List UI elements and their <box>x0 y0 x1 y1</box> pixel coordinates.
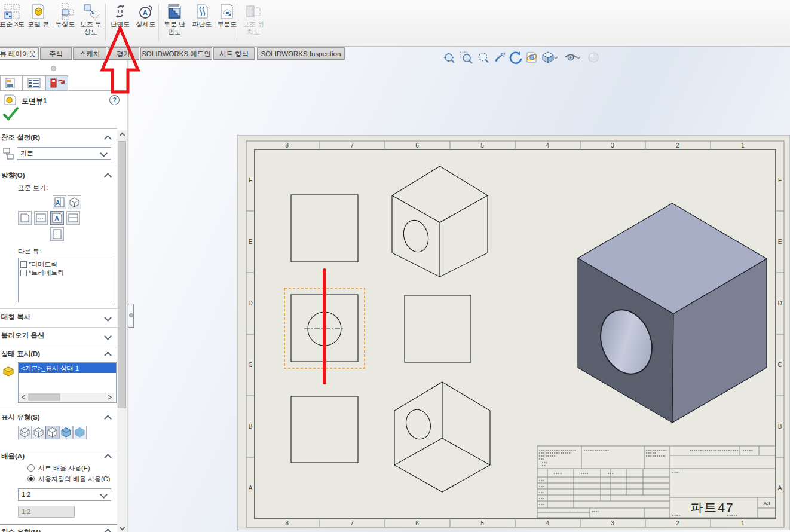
feature-tree-icon <box>1 76 22 90</box>
zoom-in-out-icon[interactable] <box>476 50 490 65</box>
pm-tab-feature-tree[interactable] <box>0 75 23 91</box>
title-block-part-name: 파트47 <box>690 500 734 514</box>
tab-annotation[interactable]: 주석 <box>40 47 72 60</box>
display-state-selected-item[interactable]: <기본>_표시 상태 1 <box>19 363 116 373</box>
ribbon-detail-view-button[interactable]: A 상세도 <box>133 2 159 28</box>
panel-splitter-dot[interactable] <box>51 66 56 71</box>
section-orientation[interactable]: 방향(O) <box>1 171 25 180</box>
checkbox-dimetric[interactable] <box>20 261 27 268</box>
ribbon-section-view-button[interactable]: 단면도 <box>107 2 133 28</box>
help-icon[interactable]: ? <box>109 95 120 105</box>
ribbon-standard-3-view-button[interactable]: 표준 3도 <box>0 2 26 28</box>
ribbon-model-view-button[interactable]: 모델 뷰 <box>25 2 52 28</box>
list-item-dimetric[interactable]: *디메트릭 <box>29 260 57 269</box>
svg-text:6: 6 <box>415 520 419 527</box>
scroll-down-button[interactable] <box>117 522 127 532</box>
section-display-state[interactable]: 상태 표시(D) <box>1 350 40 359</box>
config-dropdown-value: 기본 <box>20 149 33 157</box>
hide-show-dropdown-arrow[interactable] <box>575 50 581 65</box>
style-shaded-with-edges-button[interactable] <box>59 426 73 439</box>
pm-scrollbar-thumb[interactable] <box>118 141 126 408</box>
command-manager-ribbon: 표준 3도 모델 뷰 투상도 보조 투 상도 <box>0 0 790 47</box>
svg-text:7: 7 <box>350 520 354 527</box>
scale-value-input[interactable]: 1:2 <box>18 506 75 518</box>
radio-custom-scale-label[interactable]: 사용자정의 배율 사용(C) <box>38 475 110 484</box>
ribbon-label: 보조 위 치도 <box>239 20 268 36</box>
style-shaded-button[interactable] <box>73 426 87 439</box>
zoom-to-area-icon[interactable] <box>459 50 473 65</box>
tab-sheet-format[interactable]: 시트 형식 <box>213 47 255 60</box>
ribbon-break-view-button[interactable]: 파단도 <box>189 2 215 28</box>
checkbox-trimetric[interactable] <box>20 270 27 276</box>
svg-text:C: C <box>777 362 782 368</box>
separator <box>0 327 117 328</box>
svg-text:A: A <box>249 485 253 491</box>
view-orientation-dropdown-arrow[interactable] <box>553 50 559 65</box>
horizontal-scrollbar[interactable] <box>19 393 114 402</box>
tab-solidworks-addins[interactable]: SOLIDWORKS 애드인 <box>140 47 212 60</box>
svg-text:8: 8 <box>285 142 289 149</box>
svg-text:D: D <box>777 300 782 307</box>
style-wireframe-button[interactable] <box>18 426 32 439</box>
ribbon-label: 부분 단 면도 <box>160 20 189 36</box>
svg-text:E: E <box>249 239 253 245</box>
view-front-button-selected[interactable]: A <box>50 211 64 225</box>
ok-check-icon[interactable] <box>2 106 19 122</box>
break-view-icon <box>193 2 211 20</box>
previous-view-icon[interactable] <box>492 50 507 65</box>
svg-text:6: 6 <box>415 142 419 149</box>
ribbon-label: 파단도 <box>189 20 215 28</box>
config-dropdown[interactable]: 기본 <box>17 147 111 160</box>
separator <box>0 450 117 450</box>
scale-dropdown-value: 1:2 <box>22 491 30 498</box>
other-views-label: 다른 뷰: <box>18 247 41 256</box>
section-import-options[interactable]: 불러오기 옵션 <box>1 331 44 340</box>
property-manager-icon <box>23 76 45 90</box>
tab-solidworks-inspection[interactable]: SOLIDWORKS Inspection <box>257 47 345 60</box>
style-hidden-lines-visible-button[interactable] <box>32 426 45 439</box>
ribbon-broken-out-section-button[interactable]: 부분 단 면도 <box>160 2 189 36</box>
other-views-listbox[interactable]: *디메트릭 *트리메트릭 <box>18 258 112 302</box>
zoom-to-fit-icon[interactable] <box>442 50 457 65</box>
separator <box>0 409 117 409</box>
pm-tab-configurations[interactable] <box>45 75 68 91</box>
tab-evaluate[interactable]: 평가 <box>108 47 139 60</box>
alternate-position-icon <box>244 2 262 20</box>
ribbon-projected-view-button[interactable]: 투상도 <box>52 2 78 28</box>
radio-custom-scale[interactable] <box>27 475 35 482</box>
view-isometric-button[interactable] <box>68 195 81 209</box>
section-mirror[interactable]: 대칭 복사 <box>1 313 30 322</box>
panel-splitter-handle[interactable] <box>128 304 134 328</box>
tab-view-layout[interactable]: 뷰 레이아웃 <box>0 47 39 60</box>
rotate-view-icon[interactable] <box>509 50 523 65</box>
scroll-up-button[interactable] <box>117 130 127 140</box>
view-top-button[interactable] <box>34 211 48 225</box>
view-bottom-button[interactable] <box>66 211 80 225</box>
svg-text:7: 7 <box>350 142 354 149</box>
radio-sheet-scale[interactable] <box>27 464 35 472</box>
view-left-button[interactable] <box>18 211 32 225</box>
view-right-button[interactable] <box>50 227 64 241</box>
3d-drawing-view-icon[interactable] <box>525 50 539 65</box>
section-dimension-type[interactable]: 치수 유형(M) <box>1 528 109 532</box>
svg-text:A: A <box>56 200 60 206</box>
display-state-listbox[interactable]: <기본>_표시 상태 1 <box>18 362 117 403</box>
drawing-view-icon <box>4 94 18 106</box>
tab-sketch[interactable]: 스케치 <box>73 47 106 60</box>
svg-text:5: 5 <box>480 520 484 527</box>
svg-text:2: 2 <box>676 520 679 527</box>
svg-text:F: F <box>249 177 252 184</box>
scale-dropdown[interactable]: 1:2 <box>18 488 111 501</box>
view-front-back-button[interactable]: A <box>53 195 66 209</box>
section-reference-config[interactable]: 참조 설정(R) <box>1 133 40 142</box>
style-hidden-lines-removed-button[interactable] <box>45 426 59 439</box>
crop-view-icon <box>218 2 236 20</box>
ribbon-auxiliary-view-button[interactable]: 보조 투 상도 <box>76 2 105 36</box>
svg-text:4: 4 <box>546 520 549 527</box>
ribbon-label: 상세도 <box>133 20 159 28</box>
section-display-style[interactable]: 표시 유형(S) <box>1 413 40 422</box>
list-item-trimetric[interactable]: *트리메트릭 <box>29 268 64 277</box>
pm-tab-property-manager[interactable] <box>23 75 45 91</box>
radio-sheet-scale-label[interactable]: 시트 배율 사용(E) <box>38 464 90 473</box>
section-scale[interactable]: 배율(A) <box>1 452 25 461</box>
